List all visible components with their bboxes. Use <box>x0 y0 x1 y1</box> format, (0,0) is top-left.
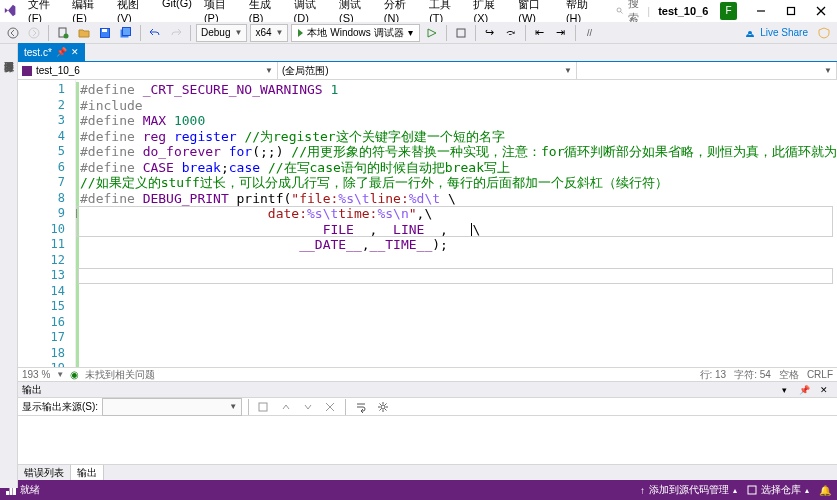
svg-point-9 <box>64 33 69 38</box>
open-button[interactable] <box>75 24 93 42</box>
bottom-tabs: 错误列表输出 <box>18 464 837 480</box>
file-tab-test-c[interactable]: test.c* 📌 ✕ <box>18 43 85 61</box>
output-autohide-button[interactable]: ▾ <box>775 381 793 399</box>
svg-rect-21 <box>10 488 13 495</box>
output-pin-button[interactable]: 📌 <box>795 381 813 399</box>
process-button[interactable] <box>452 24 470 42</box>
editor-info-bar: 193 % ▼ ◉ 未找到相关问题 行: 13 字符: 54 空格 CRLF <box>18 368 837 382</box>
liveshare-icon <box>744 27 756 39</box>
svg-rect-23 <box>748 486 756 494</box>
nav-back-button[interactable] <box>4 24 22 42</box>
nav-member-combo[interactable]: ▼ <box>577 62 837 79</box>
live-share-button[interactable]: Live Share <box>740 27 812 39</box>
bottom-tab[interactable]: 输出 <box>71 465 104 480</box>
new-item-button[interactable] <box>54 24 72 42</box>
code-area[interactable]: #define _CRT_SECURE_NO_WARNINGS 1#includ… <box>76 80 837 367</box>
output-title: 输出 <box>22 383 42 397</box>
file-tab-label: test.c* <box>24 47 52 58</box>
status-bell-icon[interactable]: 🔔 <box>819 485 831 496</box>
admin-icon[interactable] <box>815 24 833 42</box>
svg-rect-20 <box>6 491 9 495</box>
code-editor[interactable]: 1234567891011121314151617181920 #define … <box>18 80 837 368</box>
run-button[interactable]: 本地 Windows 调试器▾ <box>291 24 419 42</box>
output-settings-button[interactable] <box>374 398 392 416</box>
config-combo[interactable]: Debug▼ <box>196 24 247 42</box>
search-icon <box>616 5 624 17</box>
step-over-button[interactable]: ⤼ <box>502 24 520 42</box>
line-gutter: 1234567891011121314151617181920 <box>18 80 76 367</box>
output-source-label: 显示输出来源(S): <box>22 400 98 414</box>
svg-rect-16 <box>259 403 267 411</box>
svg-point-0 <box>617 7 621 11</box>
window-controls <box>749 2 833 20</box>
svg-rect-11 <box>102 29 107 32</box>
sidebar-tabs: 服务器资源管理器工具箱 <box>0 44 18 488</box>
output-prev-button[interactable] <box>277 398 295 416</box>
vs-logo-icon <box>4 4 17 18</box>
output-body[interactable] <box>18 416 837 464</box>
svg-point-6 <box>8 28 18 38</box>
output-clear-button[interactable] <box>321 398 339 416</box>
pin-icon[interactable]: 📌 <box>56 47 67 57</box>
output-next-button[interactable] <box>299 398 317 416</box>
indent-button[interactable]: ⇥ <box>552 24 570 42</box>
svg-line-1 <box>621 11 623 13</box>
svg-point-7 <box>29 28 39 38</box>
redo-button[interactable] <box>167 24 185 42</box>
title-bar: 文件(F)编辑(E)视图(V)Git(G)项目(P)生成(B)调试(D)测试(S… <box>0 0 837 22</box>
main-toolbar: Debug▼ x64▼ 本地 Windows 调试器▾ ↪ ⤼ ⇤ ⇥ // L… <box>0 22 837 44</box>
output-close-button[interactable]: ✕ <box>815 381 833 399</box>
user-badge[interactable]: F <box>720 2 737 20</box>
output-goto-button[interactable] <box>255 398 273 416</box>
save-all-button[interactable] <box>117 24 135 42</box>
status-repo[interactable]: 选择仓库▴ <box>747 483 809 497</box>
step-button[interactable]: ↪ <box>481 24 499 42</box>
svg-point-19 <box>381 405 385 409</box>
cpp-icon <box>22 66 32 76</box>
svg-rect-15 <box>22 66 32 76</box>
maximize-button[interactable] <box>779 2 803 20</box>
save-button[interactable] <box>96 24 114 42</box>
repo-icon <box>747 485 757 495</box>
svg-rect-13 <box>123 27 131 35</box>
output-source-combo[interactable]: ▼ <box>102 398 242 416</box>
gear-icon <box>377 401 389 413</box>
output-wrap-button[interactable] <box>352 398 370 416</box>
run-noattach-button[interactable] <box>423 24 441 42</box>
nav-fwd-button[interactable] <box>25 24 43 42</box>
issues-label: 未找到相关问题 <box>85 368 155 382</box>
tab-well: test.c* 📌 ✕ <box>0 44 837 62</box>
project-name: test_10_6 <box>658 5 708 17</box>
status-scm[interactable]: ↑添加到源代码管理▴ <box>640 483 737 497</box>
zoom-level[interactable]: 193 % <box>22 369 50 380</box>
minimize-button[interactable] <box>749 2 773 20</box>
platform-combo[interactable]: x64▼ <box>250 24 288 42</box>
svg-rect-3 <box>788 7 795 14</box>
close-icon[interactable]: ✕ <box>71 47 79 57</box>
bottom-tab[interactable]: 错误列表 <box>18 465 71 480</box>
svg-rect-14 <box>457 29 465 37</box>
nav-bar: test_10_6▼ (全局范围)▼ ▼ <box>18 62 837 80</box>
comment-button[interactable]: // <box>581 24 599 42</box>
output-panel: 输出 ▾ 📌 ✕ 显示输出来源(S): ▼ <box>18 382 837 464</box>
issues-icon: ◉ <box>70 369 79 380</box>
nav-project-combo[interactable]: test_10_6▼ <box>18 62 278 79</box>
close-button[interactable] <box>809 2 833 20</box>
sidebar-tab[interactable]: 服务器资源管理器 <box>0 48 17 488</box>
undo-button[interactable] <box>146 24 164 42</box>
nav-scope-combo[interactable]: (全局范围)▼ <box>278 62 577 79</box>
outdent-button[interactable]: ⇤ <box>531 24 549 42</box>
status-bar: 就绪 ↑添加到源代码管理▴ 选择仓库▴ 🔔 <box>0 480 837 500</box>
